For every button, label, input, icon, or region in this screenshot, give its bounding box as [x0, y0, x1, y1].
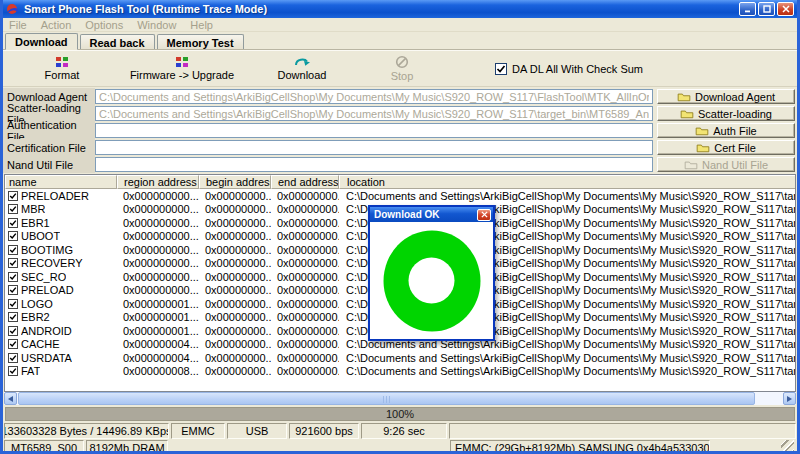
scatter-loading-browse-button[interactable]: Scatter-loading — [657, 106, 795, 121]
begin-address-value: 0x00000000... — [199, 257, 271, 269]
partition-name: LOGO — [21, 298, 53, 310]
begin-address-value: 0x00000000... — [199, 203, 271, 215]
check-icon — [9, 259, 17, 267]
region-address-value: 0x000000000... — [117, 257, 199, 269]
status-baud-rate: 921600 bps — [289, 423, 359, 439]
download-agent-input[interactable] — [95, 89, 653, 104]
header-region-address[interactable]: region address — [117, 175, 199, 189]
menu-window[interactable]: Window — [137, 19, 176, 31]
row-checkbox[interactable] — [8, 258, 18, 268]
table-row[interactable]: FAT 0x000000008... 0x00000000... 0x00000… — [5, 365, 795, 379]
check-icon — [9, 205, 17, 213]
partition-name: USRDATA — [21, 352, 72, 364]
checksum-option: DA DL All With Check Sum — [495, 63, 643, 75]
tab-download[interactable]: Download — [5, 33, 78, 50]
menu-help[interactable]: Help — [190, 19, 213, 31]
cert-file-browse-button[interactable]: Cert File — [657, 140, 795, 155]
scroll-right-button[interactable] — [783, 392, 796, 405]
check-icon — [9, 246, 17, 254]
check-icon — [9, 367, 17, 375]
check-icon — [9, 354, 17, 362]
begin-address-value: 0x00000000... — [199, 284, 271, 296]
scatter-file-input[interactable] — [95, 106, 653, 121]
row-checkbox[interactable] — [8, 312, 18, 322]
row-checkbox[interactable] — [8, 366, 18, 376]
row-checkbox[interactable] — [8, 218, 18, 228]
region-address-value: 0x000000000... — [117, 230, 199, 242]
tab-read-back[interactable]: Read back — [80, 34, 155, 49]
menu-options[interactable]: Options — [85, 19, 123, 31]
format-button[interactable]: Format — [7, 56, 117, 81]
region-address-value: 0x000000000... — [117, 203, 199, 215]
end-address-value: 0x00000000... — [271, 230, 339, 242]
row-checkbox[interactable] — [8, 285, 18, 295]
row-checkbox[interactable] — [8, 299, 18, 309]
download-agent-browse-button[interactable]: Download Agent — [657, 89, 795, 104]
title-bar: Smart Phone Flash Tool (Runtime Trace Mo… — [3, 0, 797, 18]
nand-util-browse-button[interactable]: Nand Util File — [657, 157, 795, 172]
nand-util-file-input[interactable] — [95, 157, 653, 172]
header-name[interactable]: name — [5, 175, 117, 189]
status-connection: USB — [227, 423, 287, 439]
partition-name: RECOVERY — [21, 257, 83, 269]
begin-address-value: 0x00000000... — [199, 217, 271, 229]
close-button[interactable] — [777, 2, 794, 16]
maximize-button[interactable] — [758, 2, 775, 16]
download-button[interactable]: Download — [247, 56, 357, 81]
row-checkbox[interactable] — [8, 231, 18, 241]
table-row[interactable]: PRELOADER 0x000000000... 0x00000000... 0… — [5, 189, 795, 203]
status-dram: 8192Mb DRAM — [86, 440, 168, 454]
row-checkbox[interactable] — [8, 326, 18, 336]
cert-file-input[interactable] — [95, 140, 653, 155]
checksum-checkbox[interactable] — [495, 63, 507, 75]
status-emmc-info: EMMC: (29Gb+8192Mb) SAMSUNG 0x4b4a533030… — [450, 440, 710, 454]
stop-button[interactable]: Stop — [357, 55, 447, 82]
firmware-upgrade-button[interactable]: Firmware -> Upgrade — [117, 56, 247, 81]
begin-address-value: 0x00000000... — [199, 311, 271, 323]
auth-file-browse-button[interactable]: Auth File — [657, 123, 795, 138]
menu-action[interactable]: Action — [41, 19, 72, 31]
dialog-body — [370, 222, 493, 339]
end-address-value: 0x00000000... — [271, 338, 339, 350]
resize-grip-icon[interactable] — [781, 440, 794, 453]
row-checkbox[interactable] — [8, 245, 18, 255]
table-row[interactable]: USRDATA 0x000000004... 0x00000000... 0x0… — [5, 351, 795, 365]
dialog-title: Download OK — [374, 209, 440, 220]
row-checkbox[interactable] — [8, 204, 18, 214]
header-begin-address[interactable]: begin address — [199, 175, 271, 189]
region-address-value: 0x000000004... — [117, 352, 199, 364]
end-address-value: 0x00000000... — [271, 284, 339, 296]
check-icon — [9, 192, 17, 200]
row-checkbox[interactable] — [8, 191, 18, 201]
header-end-address[interactable]: end address — [271, 175, 339, 189]
status-elapsed-time: 9:26 sec — [361, 423, 447, 439]
tab-memory-test[interactable]: Memory Test — [157, 34, 244, 49]
stop-icon — [395, 55, 409, 69]
check-icon — [9, 286, 17, 294]
scroll-left-button[interactable] — [4, 392, 17, 405]
menu-bar: File Action Options Window Help — [3, 18, 797, 32]
stop-label: Stop — [391, 70, 414, 82]
scrollbar-thumb[interactable] — [18, 392, 755, 405]
row-checkbox[interactable] — [8, 353, 18, 363]
dialog-close-button[interactable] — [477, 209, 491, 221]
file-fields: Download Agent Download Agent Scatter-lo… — [3, 87, 797, 173]
format-label: Format — [45, 69, 80, 81]
window-title: Smart Phone Flash Tool (Runtime Trace Mo… — [24, 3, 739, 15]
header-location[interactable]: location — [339, 175, 795, 189]
minimize-button[interactable] — [739, 2, 756, 16]
row-checkbox[interactable] — [8, 272, 18, 282]
region-address-value: 0x000000000... — [117, 271, 199, 283]
region-address-value: 0x000000001... — [117, 325, 199, 337]
auth-file-label: Authentication File — [3, 122, 95, 139]
partition-name: FAT — [21, 365, 40, 377]
begin-address-value: 0x00000000... — [199, 244, 271, 256]
begin-address-value: 0x00000000... — [199, 230, 271, 242]
horizontal-scrollbar[interactable] — [4, 392, 796, 405]
partition-name: EBR1 — [21, 217, 50, 229]
menu-file[interactable]: File — [9, 19, 27, 31]
check-icon — [9, 219, 17, 227]
end-address-value: 0x00000000... — [271, 217, 339, 229]
auth-file-input[interactable] — [95, 123, 653, 138]
row-checkbox[interactable] — [8, 339, 18, 349]
